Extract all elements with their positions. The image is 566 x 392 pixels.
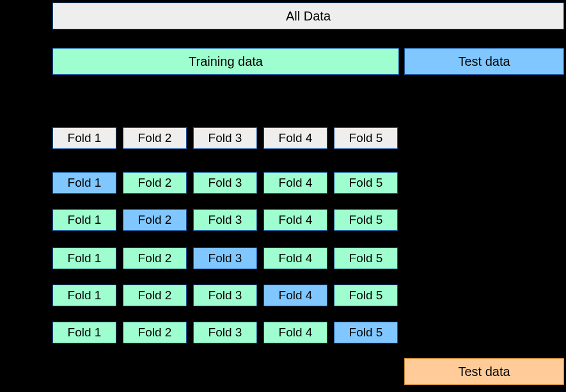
split3-fold1: Fold 1 — [52, 247, 116, 269]
split2-fold2-val: Fold 2 — [123, 209, 187, 231]
split3-fold4: Fold 4 — [263, 247, 327, 269]
split5-fold2: Fold 2 — [123, 322, 187, 343]
split4-fold4-val: Fold 4 — [263, 285, 327, 306]
split5-fold5-val: Fold 5 — [334, 322, 398, 343]
split2-fold5: Fold 5 — [334, 209, 398, 231]
fold-header-3: Fold 3 — [193, 127, 257, 149]
split2-fold3: Fold 3 — [193, 209, 257, 231]
fold-header-1: Fold 1 — [52, 127, 116, 149]
split2-fold1: Fold 1 — [52, 209, 116, 231]
training-data-block: Training data — [52, 48, 399, 75]
split1-fold2: Fold 2 — [123, 172, 187, 194]
split3-fold2: Fold 2 — [123, 247, 187, 269]
split1-fold4: Fold 4 — [263, 172, 327, 194]
fold-header-2: Fold 2 — [123, 127, 187, 149]
test-data-block-top: Test data — [404, 48, 564, 75]
split5-fold3: Fold 3 — [193, 322, 257, 343]
split4-fold2: Fold 2 — [123, 285, 187, 306]
split2-fold4: Fold 4 — [263, 209, 327, 231]
fold-header-4: Fold 4 — [263, 127, 327, 149]
split4-fold1: Fold 1 — [52, 285, 116, 306]
split1-fold1-val: Fold 1 — [52, 172, 116, 194]
split5-fold1: Fold 1 — [52, 322, 116, 343]
split5-fold4: Fold 4 — [263, 322, 327, 343]
fold-header-5: Fold 5 — [334, 127, 398, 149]
split1-fold5: Fold 5 — [334, 172, 398, 194]
split4-fold5: Fold 5 — [334, 285, 398, 306]
all-data-block: All Data — [52, 3, 564, 29]
split3-fold3-val: Fold 3 — [193, 247, 257, 269]
test-data-block-bottom: Test data — [404, 358, 564, 385]
split3-fold5: Fold 5 — [334, 247, 398, 269]
split4-fold3: Fold 3 — [193, 285, 257, 306]
split1-fold3: Fold 3 — [193, 172, 257, 194]
